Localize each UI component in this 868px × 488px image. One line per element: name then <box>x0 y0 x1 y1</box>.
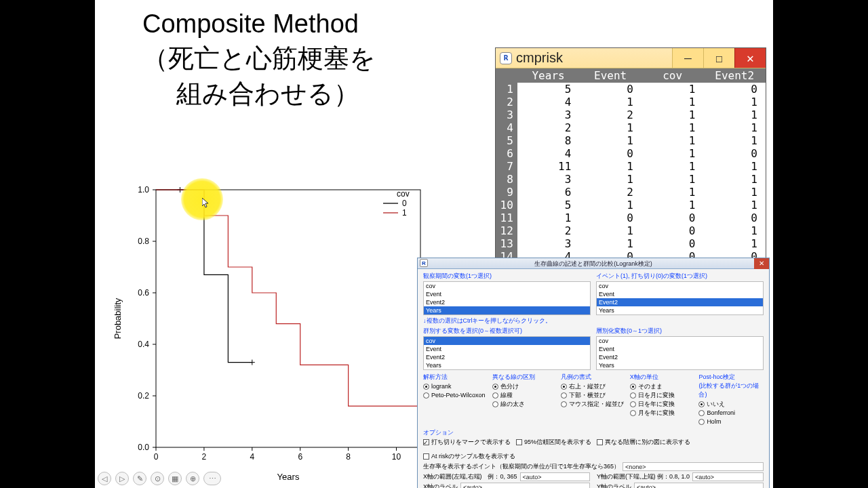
opt-layer-check[interactable]: 異なる階層に別の図に表示する <box>597 438 690 447</box>
legend-label: 凡例の書式 <box>561 373 626 382</box>
zoom-button[interactable]: ⊕ <box>186 472 199 485</box>
svg-text:0: 0 <box>402 199 407 208</box>
svg-text:0.4: 0.4 <box>138 340 149 349</box>
strat-var-label: 層別化変数(0～1つ選択) <box>596 327 764 336</box>
linedist-radiogroup[interactable]: 色分け線種線の太さ <box>492 382 557 409</box>
radio-option[interactable]: 線種 <box>492 391 557 400</box>
logrank-dialog: R 生存曲線の記述と群間の比較(Logrank検定) ✕ 観察期間の変数(1つ選… <box>417 258 770 488</box>
grid-button[interactable]: ▦ <box>168 472 182 485</box>
radio-option[interactable]: 色分け <box>492 382 557 391</box>
slide-title: Composite Method （死亡と心筋梗塞を 組み合わせる） <box>142 7 376 111</box>
obs-var-label: 観察期間の変数(1つ選択) <box>423 272 591 281</box>
svg-text:10: 10 <box>392 452 401 462</box>
minimize-button[interactable]: — <box>672 48 703 68</box>
strat-var-listbox[interactable]: covEventEvent2Years <box>596 336 764 370</box>
svg-text:8: 8 <box>346 452 351 462</box>
radio-option[interactable]: 日を月に変換 <box>630 391 695 400</box>
xlabel-label: X軸のラベル <box>423 483 458 488</box>
svg-text:1.0: 1.0 <box>138 185 149 195</box>
xrange-input[interactable]: <auto> <box>520 472 590 481</box>
event-var-label: イベント(1), 打ち切り(0)の変数(1つ選択) <box>596 272 764 281</box>
svg-text:4: 4 <box>250 452 254 462</box>
xlabel-input[interactable]: <auto> <box>460 483 590 488</box>
radio-option[interactable]: 線の太さ <box>492 400 557 409</box>
cursor-icon <box>202 198 210 209</box>
r-app-icon: R <box>420 259 428 267</box>
svg-text:6: 6 <box>298 452 302 462</box>
ctrl-hint: ↓複数の選択はCtrlキーを押しながらクリック。 <box>423 317 764 325</box>
radio-option[interactable]: 右上・縦並び <box>561 382 626 391</box>
svg-text:Years: Years <box>277 472 300 482</box>
dialog-titlebar[interactable]: R 生存曲線の記述と群間の比較(Logrank検定) ✕ <box>418 258 769 269</box>
title-line-2: （死亡と心筋梗塞を <box>142 44 376 73</box>
yrange-label: Y軸の範囲(下端,上端) 例：0.8, 1.0 <box>597 472 690 481</box>
radio-option[interactable]: Holm <box>698 418 764 426</box>
radio-option[interactable]: いいえ <box>698 400 764 409</box>
ylabel-label: Y軸のラベル <box>597 483 631 488</box>
svg-rect-0 <box>156 190 420 447</box>
radio-option[interactable]: マウス指定・縦並び <box>561 400 626 409</box>
event-var-listbox[interactable]: covEventEvent2Years <box>596 281 764 315</box>
obs-var-listbox[interactable]: covEventEvent2Years <box>423 281 591 315</box>
radio-option[interactable]: 下部・横並び <box>561 391 626 400</box>
close-button[interactable]: ✕ <box>734 48 766 68</box>
title-line-1: Composite Method <box>142 9 359 38</box>
ylabel-input[interactable]: <auto> <box>634 483 764 488</box>
svg-text:cov: cov <box>397 189 410 199</box>
data-window-titlebar[interactable]: R cmprisk — ☐ ✕ <box>496 48 766 68</box>
radio-option[interactable]: Bonferroni <box>698 409 764 418</box>
options-label: オプション <box>423 428 764 437</box>
svg-text:2: 2 <box>202 452 207 462</box>
xunit-radiogroup[interactable]: そのまま日を月に変換日を年に変換月を年に変換 <box>630 382 695 418</box>
title-line-3: 組み合わせる） <box>142 79 359 108</box>
prev-slide-button[interactable]: ◁ <box>98 472 111 485</box>
r-app-icon: R <box>500 52 512 64</box>
data-window: R cmprisk — ☐ ✕ YearsEventcovEvent215010… <box>495 47 766 264</box>
laser-button[interactable]: ⊙ <box>151 472 164 485</box>
dialog-close-button[interactable]: ✕ <box>754 258 769 269</box>
opt-atrisk-check[interactable]: At riskのサンプル数を表示する <box>423 452 515 461</box>
rate-points-input[interactable]: <none> <box>623 462 764 471</box>
svg-text:0.6: 0.6 <box>138 288 149 298</box>
group-var-listbox[interactable]: covEventEvent2Years <box>423 336 591 370</box>
legend-radiogroup[interactable]: 右上・縦並び下部・横並びマウス指定・縦並び <box>561 382 626 409</box>
pen-button[interactable]: ✎ <box>133 472 146 485</box>
radio-option[interactable]: 月を年に変換 <box>630 409 695 418</box>
svg-text:0.8: 0.8 <box>138 237 149 246</box>
xunit-label: X軸の単位 <box>630 373 695 382</box>
xrange-label: X軸の範囲(左端,右端) 例：0, 365 <box>423 472 517 481</box>
group-var-label: 群別する変数を選択(0～複数選択可) <box>423 327 591 336</box>
opt-censor-check[interactable]: 打ち切りをマークで表示する <box>423 438 511 447</box>
svg-text:0.2: 0.2 <box>138 391 149 401</box>
svg-text:Probability: Probability <box>113 298 123 339</box>
svg-text:0.0: 0.0 <box>138 443 149 452</box>
next-slide-button[interactable]: ▷ <box>115 472 129 485</box>
rate-points-label: 生存率を表示するポイント（観察期間の単位が日で1年生存率なら365） <box>423 462 620 471</box>
km-chart: 0.00.20.40.60.81.00246810YearsProbabilit… <box>108 176 441 488</box>
linedist-label: 異なる線の区別 <box>492 373 557 382</box>
analysis-label: 解析方法 <box>423 373 488 382</box>
opt-ci-check[interactable]: 95%信頼区間を表示する <box>516 438 591 447</box>
posthoc-radiogroup[interactable]: いいえBonferroniHolm <box>698 400 764 426</box>
data-window-title: cmprisk <box>516 50 672 66</box>
radio-option[interactable]: そのまま <box>630 382 695 391</box>
maximize-button[interactable]: ☐ <box>703 48 734 68</box>
data-grid: YearsEventcovEvent2150102411133211421115… <box>496 68 766 263</box>
presenter-toolbar: ◁ ▷ ✎ ⊙ ▦ ⊕ ⋯ <box>98 472 221 485</box>
radio-option[interactable]: logrank <box>423 382 488 391</box>
svg-text:1: 1 <box>402 208 407 218</box>
radio-option[interactable]: 日を年に変換 <box>630 400 695 409</box>
radio-option[interactable]: Peto-Peto-Wilcoxon <box>423 391 488 400</box>
more-button[interactable]: ⋯ <box>203 472 221 485</box>
posthoc-label: Post-hoc検定 (比較する群が1つの場合) <box>698 373 764 399</box>
svg-text:0: 0 <box>154 452 159 462</box>
analysis-radiogroup[interactable]: logrankPeto-Peto-Wilcoxon <box>423 382 488 400</box>
yrange-input[interactable]: <auto> <box>692 472 764 481</box>
dialog-title: 生存曲線の記述と群間の比較(Logrank検定) <box>534 260 652 267</box>
